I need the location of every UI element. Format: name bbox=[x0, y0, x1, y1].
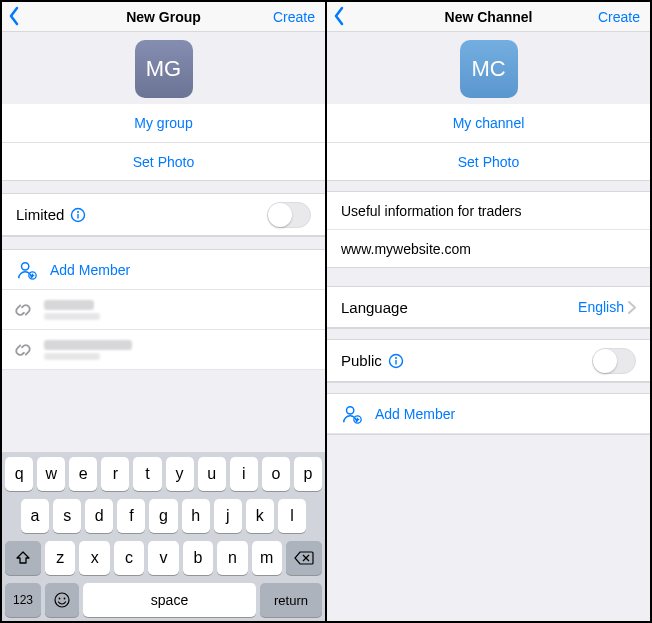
avatar-section: MC bbox=[327, 32, 650, 104]
name-section: My group Set Photo bbox=[2, 104, 325, 180]
key-j[interactable]: j bbox=[214, 499, 242, 533]
avatar-section: MG bbox=[2, 32, 325, 104]
svg-point-10 bbox=[59, 598, 61, 600]
limited-toggle[interactable] bbox=[267, 202, 311, 228]
svg-point-3 bbox=[22, 262, 29, 269]
key-h[interactable]: h bbox=[182, 499, 210, 533]
keyboard-row-2: a s d f g h j k l bbox=[5, 499, 322, 533]
key-x[interactable]: x bbox=[79, 541, 109, 575]
content-filler bbox=[2, 370, 325, 452]
create-button[interactable]: Create bbox=[273, 2, 315, 32]
add-member-button[interactable]: Add Member bbox=[327, 394, 650, 434]
contact-name-blurred bbox=[44, 300, 100, 320]
back-button[interactable] bbox=[333, 6, 345, 26]
keyboard-row-3: z x c v b n m bbox=[5, 541, 322, 575]
key-space[interactable]: space bbox=[83, 583, 256, 617]
svg-point-9 bbox=[55, 593, 69, 607]
key-emoji[interactable] bbox=[45, 583, 79, 617]
svg-point-13 bbox=[395, 357, 397, 359]
navbar-channel: New Channel Create bbox=[327, 2, 650, 32]
chevron-left-icon bbox=[333, 6, 345, 26]
key-s[interactable]: s bbox=[53, 499, 81, 533]
key-return[interactable]: return bbox=[260, 583, 322, 617]
key-g[interactable]: g bbox=[149, 499, 177, 533]
key-o[interactable]: o bbox=[262, 457, 290, 491]
key-k[interactable]: k bbox=[246, 499, 274, 533]
key-i[interactable]: i bbox=[230, 457, 258, 491]
key-b[interactable]: b bbox=[183, 541, 213, 575]
key-w[interactable]: w bbox=[37, 457, 65, 491]
key-t[interactable]: t bbox=[133, 457, 161, 491]
key-r[interactable]: r bbox=[101, 457, 129, 491]
keyboard-row-4: 123 space return bbox=[5, 583, 322, 617]
contact-name-blurred bbox=[44, 340, 132, 360]
key-e[interactable]: e bbox=[69, 457, 97, 491]
key-d[interactable]: d bbox=[85, 499, 113, 533]
svg-point-11 bbox=[64, 598, 66, 600]
set-photo-button[interactable]: Set Photo bbox=[2, 142, 325, 180]
channel-name-field[interactable]: My channel bbox=[327, 104, 650, 142]
info-icon[interactable] bbox=[64, 207, 86, 223]
website-field[interactable]: www.mywebsite.com bbox=[327, 230, 650, 268]
key-n[interactable]: n bbox=[217, 541, 247, 575]
limited-label: Limited bbox=[16, 206, 64, 223]
add-member-button[interactable]: Add Member bbox=[2, 250, 325, 290]
key-q[interactable]: q bbox=[5, 457, 33, 491]
add-member-icon bbox=[341, 403, 363, 425]
group-avatar[interactable]: MG bbox=[135, 40, 193, 98]
key-v[interactable]: v bbox=[148, 541, 178, 575]
svg-rect-2 bbox=[78, 213, 79, 218]
add-member-icon bbox=[16, 259, 38, 281]
keyboard: q w e r t y u i o p a s d f g h j k l bbox=[2, 452, 325, 621]
app-container: New Group Create MG My group Set Photo L… bbox=[0, 0, 652, 623]
set-photo-button[interactable]: Set Photo bbox=[327, 142, 650, 180]
contact-row[interactable] bbox=[2, 290, 325, 330]
backspace-icon bbox=[294, 551, 314, 565]
language-value: English bbox=[578, 299, 624, 315]
contact-row[interactable] bbox=[2, 330, 325, 370]
key-y[interactable]: y bbox=[166, 457, 194, 491]
description-field[interactable]: Useful information for traders bbox=[327, 192, 650, 230]
key-l[interactable]: l bbox=[278, 499, 306, 533]
svg-point-1 bbox=[77, 211, 79, 213]
section-gap bbox=[327, 268, 650, 286]
key-m[interactable]: m bbox=[252, 541, 282, 575]
key-u[interactable]: u bbox=[198, 457, 226, 491]
navbar-title: New Channel bbox=[445, 9, 533, 25]
public-toggle[interactable] bbox=[592, 348, 636, 374]
pane-new-group: New Group Create MG My group Set Photo L… bbox=[2, 2, 327, 621]
name-section: My channel Set Photo bbox=[327, 104, 650, 180]
svg-point-15 bbox=[347, 406, 354, 413]
key-numbers[interactable]: 123 bbox=[5, 583, 41, 617]
create-button[interactable]: Create bbox=[598, 2, 640, 32]
separator bbox=[2, 180, 325, 194]
shift-icon bbox=[15, 550, 31, 566]
language-row[interactable]: Language English bbox=[327, 286, 650, 328]
key-c[interactable]: c bbox=[114, 541, 144, 575]
info-icon[interactable] bbox=[382, 353, 404, 369]
link-icon bbox=[12, 339, 34, 361]
separator bbox=[327, 180, 650, 192]
key-z[interactable]: z bbox=[45, 541, 75, 575]
emoji-icon bbox=[53, 591, 71, 609]
separator bbox=[327, 328, 650, 340]
key-f[interactable]: f bbox=[117, 499, 145, 533]
separator bbox=[327, 382, 650, 394]
navbar-group: New Group Create bbox=[2, 2, 325, 32]
public-label: Public bbox=[341, 352, 382, 369]
add-member-label: Add Member bbox=[50, 262, 130, 278]
key-p[interactable]: p bbox=[294, 457, 322, 491]
key-shift[interactable] bbox=[5, 541, 41, 575]
back-button[interactable] bbox=[8, 6, 20, 26]
svg-rect-14 bbox=[395, 359, 396, 364]
group-name-field[interactable]: My group bbox=[2, 104, 325, 142]
channel-avatar[interactable]: MC bbox=[460, 40, 518, 98]
navbar-title: New Group bbox=[126, 9, 201, 25]
public-row: Public bbox=[327, 340, 650, 382]
key-backspace[interactable] bbox=[286, 541, 322, 575]
chevron-right-icon bbox=[628, 301, 636, 314]
language-label: Language bbox=[341, 299, 408, 316]
chevron-left-icon bbox=[8, 6, 20, 26]
key-a[interactable]: a bbox=[21, 499, 49, 533]
keyboard-row-1: q w e r t y u i o p bbox=[5, 457, 322, 491]
